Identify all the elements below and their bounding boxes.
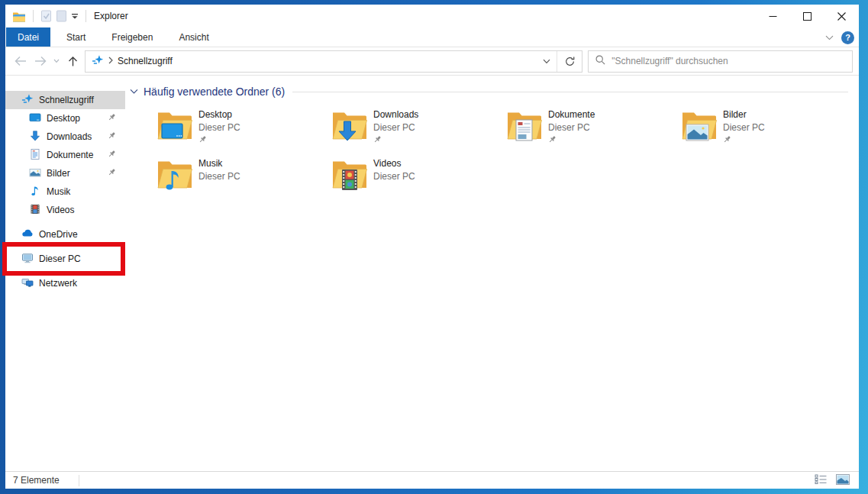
sidebar-item-dokumente[interactable]: Dokumente (5, 146, 125, 164)
address-bar-controls (537, 51, 582, 72)
address-dropdown-chevron-down-icon[interactable] (537, 51, 557, 72)
folder-music-icon (156, 157, 193, 193)
title-bar: Explorer (5, 5, 859, 27)
tab-freigeben[interactable]: Freigeben (102, 27, 163, 47)
tile-name: Videos (373, 158, 415, 169)
group-header-rule (292, 92, 848, 92)
pin-icon (108, 150, 116, 160)
breadcrumb-item[interactable]: Schnellzugriff (118, 56, 173, 66)
sidebar-item-onedrive[interactable]: OneDrive (5, 225, 125, 244)
refresh-icon[interactable] (557, 51, 582, 72)
tile-musik[interactable]: Musik Dieser PC (156, 157, 331, 206)
explorer-folder-icon (12, 11, 26, 22)
folder-tiles: Desktop Dieser PC Downloads Dieser PC (156, 108, 853, 206)
tile-name: Musik (198, 158, 240, 169)
sidebar-item-dieser-pc[interactable]: Dieser PC (5, 250, 125, 268)
sidebar-item-label: Netzwerk (39, 278, 77, 289)
group-header: Häufig verwendete Ordner (6) (130, 86, 853, 98)
new-folder-icon[interactable] (56, 10, 67, 22)
breadcrumb-chevron-right-icon[interactable] (108, 56, 113, 66)
pin-icon (198, 135, 240, 146)
thumbnails-view-icon[interactable] (836, 474, 850, 487)
sidebar-item-label: Bilder (47, 168, 70, 179)
tile-name: Downloads (373, 109, 418, 120)
tab-datei[interactable]: Datei (6, 27, 50, 47)
customize-qat-dropdown-icon[interactable] (71, 13, 79, 20)
ribbon-tab-row: Datei Start Freigeben Ansicht ? (5, 27, 859, 47)
tile-text: Dokumente Dieser PC (548, 108, 595, 146)
arrow-up-icon[interactable] (63, 51, 82, 71)
tile-downloads[interactable]: Downloads Dieser PC (331, 108, 506, 157)
sidebar-item-bilder[interactable]: Bilder (5, 164, 125, 182)
view-toggle-buttons (815, 474, 851, 487)
sidebar-item-label: Videos (47, 205, 74, 215)
window-title: Explorer (94, 11, 128, 21)
search-box (588, 50, 853, 73)
picture-icon (29, 166, 41, 181)
status-bar: 7 Elemente (5, 471, 859, 489)
sidebar-item-label: Downloads (47, 131, 92, 142)
onedrive-cloud-icon (21, 228, 34, 242)
search-input[interactable] (611, 56, 846, 66)
tile-location: Dieser PC (373, 171, 415, 182)
group-header-label[interactable]: Häufig verwendete Ordner (6) (144, 86, 285, 98)
sidebar-item-downloads[interactable]: Downloads (5, 128, 125, 146)
pin-icon (373, 135, 418, 146)
sidebar-item-netzwerk[interactable]: Netzwerk (5, 274, 125, 292)
tab-ansicht[interactable]: Ansicht (169, 27, 218, 47)
arrow-right-icon[interactable] (31, 51, 50, 71)
tile-videos[interactable]: Videos Dieser PC (331, 157, 506, 206)
sidebar-item-label: OneDrive (39, 229, 78, 240)
tile-text: Desktop Dieser PC (198, 108, 240, 146)
desktop-background: { "window": { "title": "Explorer" }, "qu… (0, 0, 868, 494)
arrow-left-icon[interactable] (11, 51, 30, 71)
tile-location: Dieser PC (198, 122, 240, 133)
address-bar[interactable]: Schnellzugriff (85, 50, 582, 73)
group-collapse-chevron-down-icon[interactable] (130, 86, 138, 97)
sidebar-item-label: Dokumente (47, 150, 93, 160)
tile-bilder[interactable]: Bilder Dieser PC (681, 108, 856, 157)
recent-locations-chevron-down-icon[interactable] (51, 51, 62, 71)
tile-name: Desktop (198, 109, 240, 120)
sidebar-item-label: Schnellzugriff (39, 95, 94, 105)
sidebar-item-desktop[interactable]: Desktop (5, 109, 125, 128)
pin-icon (723, 135, 765, 146)
explorer-window: Explorer Datei Start Freigeben Ansicht ? (5, 5, 859, 489)
folder-documents-icon (506, 108, 543, 144)
caption-buttons (756, 5, 859, 27)
separator (86, 10, 86, 22)
document-icon (29, 148, 41, 163)
tile-location: Dieser PC (198, 171, 240, 182)
sidebar-item-videos[interactable]: Videos (5, 201, 125, 219)
desktop-icon (29, 111, 41, 126)
tile-name: Dokumente (548, 109, 595, 120)
sidebar-item-label: Desktop (47, 113, 80, 124)
tile-dokumente[interactable]: Dokumente Dieser PC (506, 108, 681, 157)
tile-text: Bilder Dieser PC (723, 108, 765, 146)
help-icon[interactable]: ? (841, 31, 854, 44)
content-pane: Häufig verwendete Ordner (6) Desktop Die… (125, 76, 859, 471)
minimize-icon[interactable] (756, 5, 790, 27)
ribbon-collapse-chevron-down-icon[interactable] (825, 32, 834, 43)
separator (79, 475, 79, 486)
main-area: Schnellzugriff Desktop Downloads (5, 76, 859, 471)
tab-start[interactable]: Start (56, 27, 95, 47)
computer-monitor-icon (21, 252, 34, 266)
properties-icon[interactable] (40, 10, 52, 22)
sidebar-item-schnellzugriff[interactable]: Schnellzugriff (5, 91, 125, 109)
maximize-icon[interactable] (790, 5, 824, 27)
pin-icon (108, 131, 116, 142)
close-icon[interactable] (824, 5, 859, 27)
sidebar-item-label: Musik (47, 186, 70, 197)
tile-desktop[interactable]: Desktop Dieser PC (156, 108, 331, 157)
folder-videos-icon (331, 157, 368, 193)
items-count: 7 Elemente (13, 475, 60, 486)
network-computers-icon (21, 276, 34, 291)
sidebar-item-musik[interactable]: Musik (5, 182, 125, 201)
tile-name: Bilder (723, 109, 765, 120)
folder-pictures-icon (681, 108, 718, 144)
tile-text: Musik Dieser PC (198, 157, 240, 182)
pin-icon (108, 113, 116, 124)
details-view-icon[interactable] (815, 474, 827, 486)
quick-access-toolbar (12, 10, 89, 22)
